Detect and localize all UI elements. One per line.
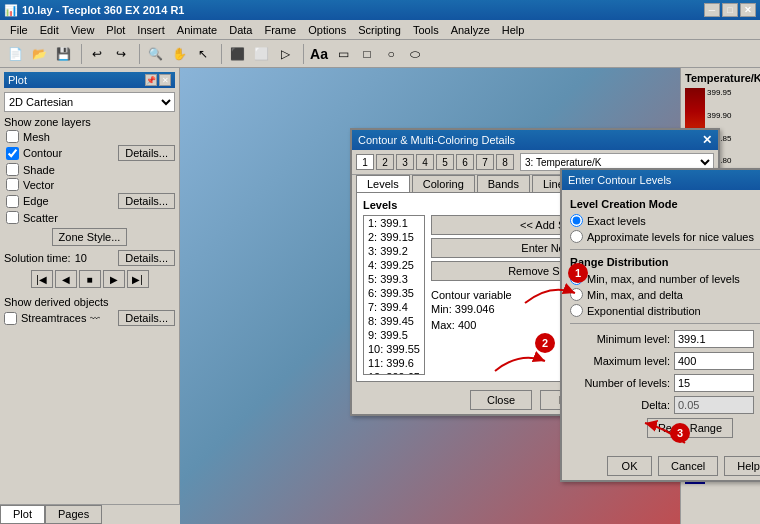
menu-animate[interactable]: Animate: [171, 22, 223, 38]
save-button[interactable]: 💾: [52, 43, 74, 65]
close-button[interactable]: ✕: [740, 3, 756, 17]
enter-levels-footer: OK Cancel Help: [562, 452, 760, 480]
level-item-7[interactable]: 7: 399.4: [364, 300, 424, 314]
maximize-button[interactable]: □: [722, 3, 738, 17]
min-level-input[interactable]: [674, 330, 754, 348]
level-item-1[interactable]: 1: 399.1: [364, 216, 424, 230]
scatter-checkbox[interactable]: [6, 211, 19, 224]
panel-close-button[interactable]: ✕: [159, 74, 171, 86]
level-item-5[interactable]: 5: 399.3: [364, 272, 424, 286]
menu-insert[interactable]: Insert: [131, 22, 171, 38]
zoom-button[interactable]: 🔍: [144, 43, 166, 65]
num-tab-2[interactable]: 2: [376, 154, 394, 170]
pan-button[interactable]: ✋: [168, 43, 190, 65]
menu-view[interactable]: View: [65, 22, 101, 38]
menu-analyze[interactable]: Analyze: [445, 22, 496, 38]
view-button-3[interactable]: ▷: [274, 43, 296, 65]
streamtraces-checkbox[interactable]: [4, 312, 17, 325]
level-item-10[interactable]: 10: 399.55: [364, 342, 424, 356]
exponential-row: Exponential distribution: [570, 304, 760, 317]
exponential-radio[interactable]: [570, 304, 583, 317]
mesh-checkbox[interactable]: [6, 130, 19, 143]
step-back-button[interactable]: |◀: [31, 270, 53, 288]
shape-rect[interactable]: ▭: [332, 43, 354, 65]
text-button[interactable]: Aa: [308, 43, 330, 65]
levels-list[interactable]: 1: 399.1 2: 399.15 3: 399.2 4: 399.25 5:…: [363, 215, 425, 375]
shade-checkbox[interactable]: [6, 163, 19, 176]
num-levels-input[interactable]: [674, 374, 754, 392]
shape-square[interactable]: □: [356, 43, 378, 65]
solution-details-button[interactable]: Details...: [118, 250, 175, 266]
num-levels-row: Number of levels:: [570, 374, 760, 392]
menu-file[interactable]: File: [4, 22, 34, 38]
level-item-6[interactable]: 6: 399.35: [364, 286, 424, 300]
pages-tab[interactable]: Pages: [45, 505, 102, 524]
level-item-4[interactable]: 4: 399.25: [364, 258, 424, 272]
num-tab-4[interactable]: 4: [416, 154, 434, 170]
select-button[interactable]: ↖: [192, 43, 214, 65]
menu-plot[interactable]: Plot: [100, 22, 131, 38]
enter-levels-dialog-title: Enter Contour Levels ✕: [562, 170, 760, 190]
play-button[interactable]: ▶: [103, 270, 125, 288]
shape-circle[interactable]: ○: [380, 43, 402, 65]
max-level-label: Maximum level:: [570, 355, 670, 367]
step-forward-button[interactable]: ▶|: [127, 270, 149, 288]
menu-tools[interactable]: Tools: [407, 22, 445, 38]
max-level-input[interactable]: [674, 352, 754, 370]
undo-button[interactable]: ↩: [86, 43, 108, 65]
menu-frame[interactable]: Frame: [258, 22, 302, 38]
edge-checkbox[interactable]: [6, 195, 19, 208]
level-item-12[interactable]: 12: 399.65: [364, 370, 424, 375]
num-tab-3[interactable]: 3: [396, 154, 414, 170]
plot-tab[interactable]: Plot: [0, 505, 45, 524]
num-tab-6[interactable]: 6: [456, 154, 474, 170]
view-button-1[interactable]: ⬛: [226, 43, 248, 65]
exact-levels-radio[interactable]: [570, 214, 583, 227]
num-tab-1[interactable]: 1: [356, 154, 374, 170]
sub-tab-coloring[interactable]: Coloring: [412, 175, 475, 192]
streamtrace-details-button[interactable]: Details...: [118, 310, 175, 326]
min-max-delta-radio[interactable]: [570, 288, 583, 301]
view-button-2[interactable]: ⬜: [250, 43, 272, 65]
menu-scripting[interactable]: Scripting: [352, 22, 407, 38]
sub-tab-bands[interactable]: Bands: [477, 175, 530, 192]
redo-button[interactable]: ↪: [110, 43, 132, 65]
level-item-3[interactable]: 3: 399.2: [364, 244, 424, 258]
panel-pin-button[interactable]: 📌: [145, 74, 157, 86]
enter-levels-title-text: Enter Contour Levels: [568, 174, 671, 186]
num-tab-7[interactable]: 7: [476, 154, 494, 170]
vector-checkbox[interactable]: [6, 178, 19, 191]
menu-help[interactable]: Help: [496, 22, 531, 38]
sub-tab-levels[interactable]: Levels: [356, 175, 410, 192]
contour-dialog-title-text: Contour & Multi-Coloring Details: [358, 134, 515, 146]
menu-edit[interactable]: Edit: [34, 22, 65, 38]
delta-input[interactable]: [674, 396, 754, 414]
num-tab-5[interactable]: 5: [436, 154, 454, 170]
contour-dialog-close-button[interactable]: ✕: [702, 133, 712, 147]
close-button[interactable]: Close: [470, 390, 532, 410]
zone-type-dropdown[interactable]: 2D Cartesian: [4, 92, 175, 112]
contour-details-button[interactable]: Details...: [118, 145, 175, 161]
level-item-2[interactable]: 2: 399.15: [364, 230, 424, 244]
level-item-9[interactable]: 9: 399.5: [364, 328, 424, 342]
shape-ellipse[interactable]: ⬭: [404, 43, 426, 65]
contour-checkbox[interactable]: [6, 147, 19, 160]
num-tab-8[interactable]: 8: [496, 154, 514, 170]
edge-details-button[interactable]: Details...: [118, 193, 175, 209]
level-item-11[interactable]: 11: 399.6: [364, 356, 424, 370]
zone-style-button[interactable]: Zone Style...: [52, 228, 128, 246]
open-button[interactable]: 📂: [28, 43, 50, 65]
enter-help-button[interactable]: Help: [724, 456, 760, 476]
new-button[interactable]: 📄: [4, 43, 26, 65]
approx-levels-radio[interactable]: [570, 230, 583, 243]
level-item-8[interactable]: 8: 399.45: [364, 314, 424, 328]
plot-area[interactable]: Temperature/K 399.95 399.90 399.85 399.8…: [180, 68, 760, 524]
minimize-button[interactable]: ─: [704, 3, 720, 17]
stop-button[interactable]: ■: [79, 270, 101, 288]
cancel-button[interactable]: Cancel: [658, 456, 718, 476]
reset-range-button[interactable]: Reset Range: [647, 418, 733, 438]
ok-button[interactable]: OK: [607, 456, 652, 476]
menu-data[interactable]: Data: [223, 22, 258, 38]
menu-options[interactable]: Options: [302, 22, 352, 38]
prev-button[interactable]: ◀: [55, 270, 77, 288]
